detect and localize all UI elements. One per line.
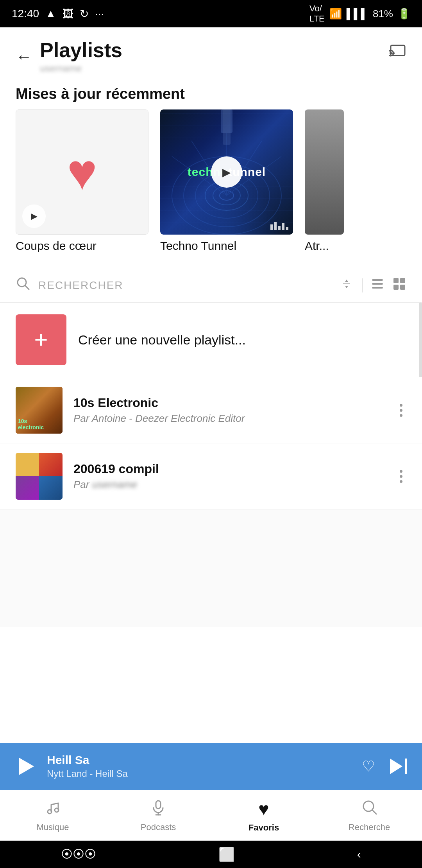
compil-cell-3 xyxy=(16,476,39,500)
create-playlist-icon: + xyxy=(16,314,66,365)
playlist-author-name-blurred: username xyxy=(92,479,138,490)
techno-tunnel-card-image: technotunnel ▶ xyxy=(160,109,293,235)
svg-rect-24 xyxy=(400,278,405,283)
battery-percentage: 81% xyxy=(373,8,393,20)
battery-icon: 🔋 xyxy=(398,8,410,20)
playlist-compil-thumbnail xyxy=(16,453,63,500)
microphone-icon xyxy=(150,798,167,819)
search-bar-section: RECHERCHER xyxy=(0,264,422,303)
search-nav-icon xyxy=(361,798,378,819)
list-item[interactable]: 200619 compil Par username xyxy=(0,443,422,509)
now-playing-title: Heill Sa xyxy=(47,753,350,767)
playlist-compil-grid xyxy=(16,453,63,500)
create-plus-icon: + xyxy=(34,328,48,352)
favorites-card-image: ♥ ▶ xyxy=(16,109,148,235)
nav-item-music[interactable]: Musique xyxy=(18,798,88,832)
techno-tunnel-card[interactable]: technotunnel ▶ Techno Tunnel xyxy=(160,109,293,253)
search-nav-label: Recherche xyxy=(349,822,390,832)
skip-next-icon[interactable] xyxy=(387,755,410,778)
create-playlist-label: Créer une nouvelle playlist... xyxy=(78,332,246,348)
header-left: ← Playlists username xyxy=(16,39,122,74)
svg-rect-26 xyxy=(400,285,405,290)
svg-rect-23 xyxy=(393,278,399,283)
wifi-icon: 📶 xyxy=(329,8,342,20)
now-playing-bar[interactable]: Heill Sa Nytt Land - Heill Sa ♡ xyxy=(0,743,422,790)
search-icon[interactable] xyxy=(16,276,30,294)
create-new-playlist-item[interactable]: + Créer une nouvelle playlist... xyxy=(0,303,422,377)
system-nav-bar: ⦿⦿⦿ ⬜ ‹ xyxy=(0,841,422,868)
more-dot-2 xyxy=(400,409,402,412)
more-dot-3 xyxy=(400,480,402,483)
notification-icon-4: ··· xyxy=(95,7,104,20)
home-icon[interactable]: ⬜ xyxy=(218,846,235,862)
back-button[interactable]: ← xyxy=(16,48,32,65)
techno-tunnel-card-name: Techno Tunnel xyxy=(160,239,293,253)
svg-rect-20 xyxy=(372,279,383,281)
notification-icon-1: ▲ xyxy=(45,7,56,20)
scroll-indicator xyxy=(419,303,422,381)
divider xyxy=(362,278,363,292)
svg-line-18 xyxy=(25,285,29,289)
more-options-icon[interactable] xyxy=(396,400,406,421)
svg-line-33 xyxy=(372,810,376,814)
signal-icon: ▌▌▌ xyxy=(347,8,368,20)
favorites-nav-label: Favoris xyxy=(249,823,279,833)
playlist-author-prefix: Par xyxy=(73,479,92,490)
svg-rect-29 xyxy=(156,801,161,809)
playlist-10s-name: 10s Electronic xyxy=(73,396,385,410)
search-placeholder[interactable]: RECHERCHER xyxy=(38,279,331,292)
svg-rect-22 xyxy=(372,287,383,289)
grid-view-icon[interactable] xyxy=(392,277,406,294)
cast-icon[interactable] xyxy=(389,41,406,62)
now-playing-subtitle: Nytt Land - Heill Sa xyxy=(47,768,350,779)
favorites-card-name: Coups de cœur xyxy=(16,239,148,253)
system-back-icon[interactable]: ‹ xyxy=(357,848,361,861)
svg-point-28 xyxy=(55,808,59,812)
playlist-list: + Créer une nouvelle playlist... 10selec… xyxy=(0,303,422,627)
music-nav-label: Musique xyxy=(36,822,69,832)
more-options-icon[interactable] xyxy=(396,466,406,487)
partial-card[interactable]: Atr... xyxy=(305,109,344,253)
favorites-play-button[interactable]: ▶ xyxy=(22,204,46,228)
play-icon[interactable] xyxy=(12,753,39,780)
podcasts-nav-label: Podcasts xyxy=(141,822,176,832)
list-item[interactable]: 10selectronic 10s Electronic Par Antoine… xyxy=(0,377,422,443)
status-left: 12:40 ▲ 🖼 ↻ ··· xyxy=(12,7,104,20)
music-note-icon xyxy=(44,798,61,819)
header-title-block: Playlists username xyxy=(40,39,122,74)
more-dot-2 xyxy=(400,475,402,478)
partial-card-name: Atr... xyxy=(305,239,344,253)
more-dot-3 xyxy=(400,414,402,417)
page-title: Playlists xyxy=(40,39,122,61)
techno-play-button[interactable]: ▶ xyxy=(211,156,242,188)
skip-triangle xyxy=(390,759,402,774)
heart-filled-icon: ♥ xyxy=(258,798,269,820)
heart-icon[interactable]: ♡ xyxy=(358,754,379,779)
playlist-10s-bg: 10selectronic xyxy=(16,387,63,434)
recently-updated-label: Mises à jour récemment xyxy=(0,78,422,109)
playlist-10s-thumbnail: 10selectronic xyxy=(16,387,63,434)
compil-cell-2 xyxy=(39,453,63,476)
nav-item-search[interactable]: Recherche xyxy=(334,798,404,832)
status-right: Vo/LTE 📶 ▌▌▌ 81% 🔋 xyxy=(309,4,410,24)
app-header: ← Playlists username xyxy=(0,27,422,78)
status-time: 12:40 xyxy=(12,7,39,20)
list-view-icon[interactable] xyxy=(370,277,384,294)
play-triangle xyxy=(19,758,34,775)
favorites-heart-icon: ♥ xyxy=(67,143,97,201)
nav-item-favorites[interactable]: ♥ Favoris xyxy=(229,798,299,833)
svg-rect-25 xyxy=(393,285,399,290)
more-dot-1 xyxy=(400,404,402,407)
playlist-compil-info: 200619 compil Par username xyxy=(73,462,385,491)
favorites-card[interactable]: ♥ ▶ Coups de cœur xyxy=(16,109,148,253)
notification-icon-2: 🖼 xyxy=(63,7,73,20)
svg-rect-21 xyxy=(372,283,383,285)
playlist-10s-info: 10s Electronic Par Antoine - Deezer Elec… xyxy=(73,396,385,425)
playlist-10s-label: 10selectronic xyxy=(18,418,44,430)
svg-rect-16 xyxy=(223,109,231,145)
notification-icon-3: ↻ xyxy=(80,7,89,20)
nav-item-podcasts[interactable]: Podcasts xyxy=(123,798,193,832)
header-subtitle: username xyxy=(40,63,122,74)
sort-icon[interactable] xyxy=(339,276,354,294)
recent-apps-icon[interactable]: ⦿⦿⦿ xyxy=(61,848,96,861)
